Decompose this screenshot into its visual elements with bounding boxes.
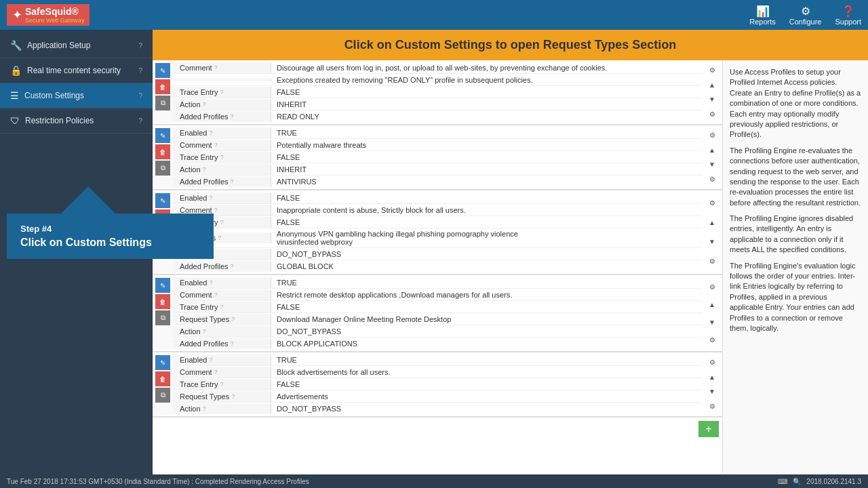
down-icon-4[interactable]: ▼	[706, 316, 718, 328]
entry-2-fields: Enabled? TRUE Comment? Potentially malwa…	[173, 127, 702, 188]
right-panel-para-1: Use Access Profiles to setup your Profil…	[730, 67, 861, 140]
copy-button-2[interactable]: ⧉	[155, 161, 170, 176]
value-enabled-2: TRUE	[271, 127, 702, 138]
settings-icon-4[interactable]: ⚙	[706, 281, 718, 293]
entry-2-side-actions: ✎ 🗑 ⧉	[153, 127, 173, 188]
table-row: Trace Entry? FALSE	[173, 151, 702, 163]
label-action-4: Action?	[173, 326, 271, 337]
edit-button-2[interactable]: ✎	[155, 128, 170, 143]
support-icon: ❓	[835, 5, 861, 18]
label-comment-4: Comment?	[173, 289, 271, 300]
sidebar-item-realtime[interactable]: 🔒 Real time content security ?	[0, 58, 153, 83]
logo-box: ✦ SafeSquid® Secure Web Gateway	[7, 4, 90, 26]
nav-reports[interactable]: 📊 Reports	[749, 5, 776, 26]
status-bar: Tue Feb 27 2018 17:31:53 GMT+0530 (India…	[0, 474, 868, 488]
value-requesttypes-5: Advertisements	[271, 391, 702, 402]
settings2-icon-4[interactable]: ⚙	[706, 333, 718, 346]
table-row: Enabled? TRUE	[173, 127, 702, 139]
table-row: Trace Entry? FALSE	[173, 301, 702, 313]
value-action-5: DO_NOT_BYPASS	[271, 403, 702, 414]
label-requesttypes-5: Request Types?	[173, 391, 271, 402]
label-enabled-2: Enabled?	[173, 127, 271, 138]
restriction-icon: 🛡	[10, 115, 20, 126]
label-comment-5: Comment?	[173, 367, 271, 378]
label-addedprofiles-2: Added Profiles?	[173, 176, 271, 187]
down-icon-1[interactable]: ▼	[706, 94, 718, 106]
table-row: Enabled? TRUE	[173, 277, 702, 289]
main-layout: 🔧 Application Setup ? 🔒 Real time conten…	[0, 30, 868, 474]
value-action-3: DO_NOT_BYPASS	[271, 249, 702, 260]
down-icon-5[interactable]: ▼	[706, 386, 718, 398]
table-area[interactable]: ✎ 🗑 ⧉ Comment? Discourage all users from…	[153, 60, 722, 474]
table-row: Categories? Anonymous VPN gambling hacki…	[173, 228, 702, 248]
value-comment-5: Block advertisements for all users.	[271, 367, 702, 378]
step-tooltip: Step #4 Click on Custom Settings	[7, 214, 214, 259]
copy-button-5[interactable]: ⧉	[155, 388, 170, 403]
table-row: Enabled? TRUE	[173, 354, 702, 366]
realtime-icon: 🔒	[10, 65, 22, 76]
settings-icon-3[interactable]: ⚙	[706, 197, 718, 209]
settings-icon-1[interactable]: ⚙	[706, 64, 718, 77]
value-categories-3: Anonymous VPN gambling hacking illegal p…	[271, 228, 702, 247]
table-row: Trace Entry? FALSE	[173, 86, 702, 98]
delete-button-2[interactable]: 🗑	[155, 144, 170, 159]
table-row: Added Profiles? READ ONLY	[173, 110, 702, 123]
label-enabled-4: Enabled?	[173, 277, 271, 288]
delete-button-4[interactable]: 🗑	[155, 294, 170, 309]
settings2-icon-3[interactable]: ⚙	[706, 256, 718, 268]
settings-icon-2[interactable]: ⚙	[706, 129, 718, 142]
delete-button-1[interactable]: 🗑	[155, 79, 170, 94]
table-row: Added Profiles? ANTIVIRUS	[173, 176, 702, 188]
value-comment-2: Potentially malware threats	[271, 140, 702, 150]
edit-button-1[interactable]: ✎	[155, 63, 170, 78]
value-addedprofiles-4: BLOCK APPLICATIONS	[271, 338, 702, 349]
copy-button-1[interactable]: ⧉	[155, 96, 170, 110]
value-action-2: INHERIT	[271, 164, 702, 175]
up-icon-3[interactable]: ▲	[706, 216, 718, 228]
table-row: Comment? Block advertisements for all us…	[173, 366, 702, 378]
table-row: Trace Entry? FALSE	[173, 216, 702, 228]
table-row: Action? INHERIT	[173, 163, 702, 176]
sidebar-item-custom-settings[interactable]: ☰ Custom Settings ?	[0, 83, 153, 108]
value-trace-2: FALSE	[271, 152, 702, 163]
down-icon-3[interactable]: ▼	[706, 236, 718, 248]
up-icon-1[interactable]: ▲	[706, 79, 718, 91]
label-comment-1b	[173, 79, 271, 81]
nav-support[interactable]: ❓ Support	[835, 5, 861, 26]
configure-icon: ⚙	[789, 5, 822, 18]
value-addedprofiles-2: ANTIVIRUS	[271, 176, 702, 187]
delete-button-5[interactable]: 🗑	[155, 371, 170, 386]
right-panel-para-4: The Profiling Engine's evaluation logic …	[730, 261, 861, 334]
sidebar-item-application-setup[interactable]: 🔧 Application Setup ?	[0, 33, 153, 58]
step-action: Click on Custom Settings	[20, 237, 200, 249]
help-icon-1: ?	[138, 67, 142, 75]
value-addedprofiles-3: GLOBAL BLOCK	[271, 261, 702, 272]
settings-icon-5[interactable]: ⚙	[706, 357, 718, 369]
version-text: 2018.0206.2141.3	[806, 478, 861, 485]
up-icon-4[interactable]: ▲	[706, 298, 718, 310]
settings2-icon-5[interactable]: ⚙	[706, 400, 718, 412]
down-icon-2[interactable]: ▼	[706, 159, 718, 171]
sidebar-item-restriction[interactable]: 🛡 Restriction Policies ?	[0, 108, 153, 134]
edit-button-3[interactable]: ✎	[155, 193, 170, 208]
entry-3-right-actions: ⚙ ▲ ▼ ⚙	[702, 192, 722, 272]
add-entry-button[interactable]: +	[698, 421, 719, 437]
edit-button-5[interactable]: ✎	[155, 355, 170, 370]
nav-configure[interactable]: ⚙ Configure	[789, 5, 822, 26]
label-trace-4: Trace Entry?	[173, 302, 271, 312]
table-row: Added Profiles? BLOCK APPLICATIONS	[173, 338, 702, 350]
banner-text: Click on Custom Settings to open Request…	[344, 38, 677, 52]
settings2-icon-2[interactable]: ⚙	[706, 173, 718, 185]
label-addedprofiles-4: Added Profiles?	[173, 338, 271, 349]
table-row: Comment? Discourage all users from log i…	[173, 62, 702, 74]
settings2-icon-1[interactable]: ⚙	[706, 108, 718, 120]
up-icon-5[interactable]: ▲	[706, 371, 718, 383]
nav-configure-label: Configure	[789, 18, 822, 26]
table-row: Exceptions created by removing "READ ONL…	[173, 74, 702, 86]
edit-button-4[interactable]: ✎	[155, 278, 170, 293]
value-enabled-5: TRUE	[271, 354, 702, 365]
plus-icon: +	[705, 423, 711, 435]
up-icon-2[interactable]: ▲	[706, 144, 718, 156]
copy-button-4[interactable]: ⧉	[155, 310, 170, 325]
logo-text-sub: Secure Web Gateway	[25, 17, 84, 24]
